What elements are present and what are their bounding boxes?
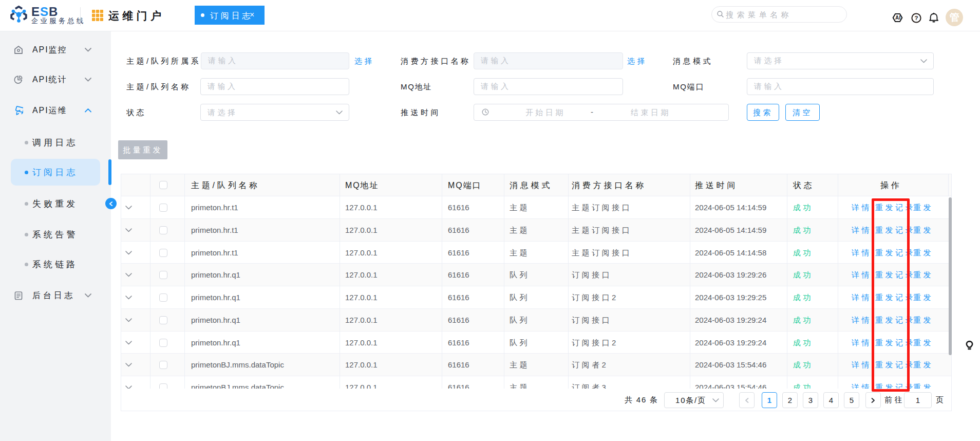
- svg-text:AI: AI: [895, 15, 901, 21]
- svg-text:?: ?: [915, 15, 918, 21]
